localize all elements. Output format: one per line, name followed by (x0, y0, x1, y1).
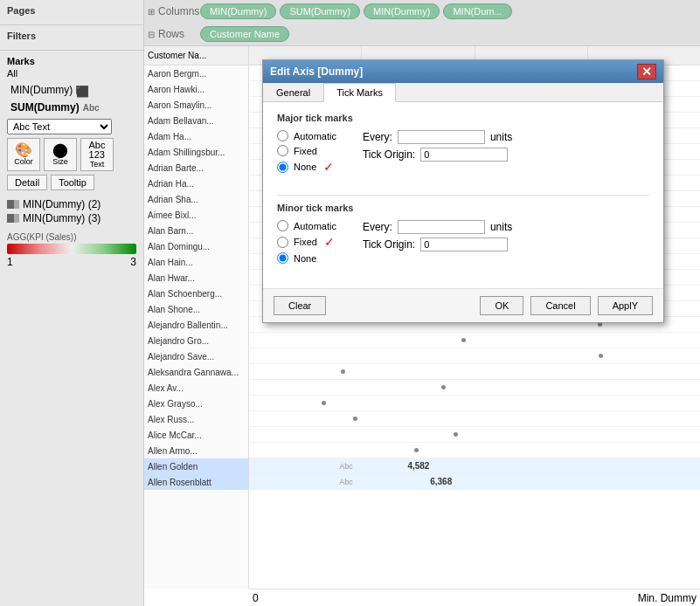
major-radio-group: Automatic Fixed None ✓ (277, 130, 336, 177)
dialog-body: Major tick marks Automatic Fixed None ✓ (263, 102, 663, 288)
major-origin-row: Tick Origin: (363, 148, 649, 162)
minor-auto-radio[interactable] (277, 220, 288, 231)
major-auto-radio[interactable] (277, 130, 288, 141)
minor-fixed-check: ✓ (324, 235, 335, 249)
minor-origin-input[interactable] (420, 238, 508, 251)
edit-axis-dialog: Edit Axis [Dummy] ✕ General Tick Marks M… (262, 59, 664, 323)
cancel-button[interactable]: Cancel (530, 296, 590, 315)
major-every-row: Every: units (363, 130, 649, 144)
major-check-mark: ✓ (323, 160, 334, 174)
major-section-header: Major tick marks (277, 113, 649, 123)
major-none-radio[interactable] (277, 162, 288, 173)
minor-auto-label: Automatic (294, 221, 336, 231)
major-fixed-radio[interactable] (277, 145, 288, 156)
minor-origin-row: Tick Origin: (363, 238, 649, 251)
major-origin-input[interactable] (420, 148, 508, 162)
dialog-overlay: Edit Axis [Dummy] ✕ General Tick Marks M… (0, 0, 700, 606)
minor-none-row: None (277, 252, 336, 264)
minor-radio-group: Automatic Fixed ✓ None (277, 220, 336, 267)
apply-button[interactable]: ApplY (598, 296, 653, 315)
minor-every-label: Every: (363, 221, 392, 233)
minor-right: Every: units Tick Origin: (363, 220, 649, 278)
minor-every-unit: units (490, 221, 512, 233)
minor-section-header: Minor tick marks (277, 203, 649, 213)
dialog-title: Edit Axis [Dummy] (270, 65, 363, 78)
major-fixed-row: Fixed (277, 145, 336, 156)
major-every-input[interactable] (398, 130, 485, 144)
clear-button[interactable]: Clear (274, 296, 326, 315)
major-none-row: None ✓ (277, 160, 336, 174)
major-origin-label: Tick Origin: (363, 148, 415, 161)
dialog-close-button[interactable]: ✕ (637, 64, 656, 79)
minor-origin-label: Tick Origin: (363, 238, 415, 251)
minor-auto-row: Automatic (277, 220, 336, 231)
tab-tick-marks[interactable]: Tick Marks (323, 83, 396, 102)
dialog-footer: Clear OK Cancel ApplY (263, 288, 663, 322)
minor-none-radio[interactable] (277, 252, 288, 264)
major-auto-label: Automatic (294, 131, 336, 141)
minor-fixed-row: Fixed ✓ (277, 235, 336, 249)
major-every-label: Every: (363, 131, 392, 143)
major-right: Every: units Tick Origin: (363, 130, 649, 188)
ok-button[interactable]: OK (480, 296, 523, 315)
major-fixed-label: Fixed (294, 146, 317, 156)
dialog-titlebar: Edit Axis [Dummy] ✕ (263, 60, 663, 83)
major-every-unit: units (490, 131, 512, 143)
minor-none-label: None (294, 253, 316, 264)
minor-every-row: Every: units (363, 220, 649, 234)
minor-fixed-radio[interactable] (277, 237, 288, 248)
minor-every-input[interactable] (398, 220, 485, 234)
major-none-label: None (294, 162, 316, 172)
dialog-tabs: General Tick Marks (263, 83, 663, 102)
major-auto-row: Automatic (277, 130, 336, 141)
section-divider (277, 195, 649, 196)
minor-fixed-label: Fixed (294, 237, 317, 247)
tab-general[interactable]: General (263, 83, 323, 101)
